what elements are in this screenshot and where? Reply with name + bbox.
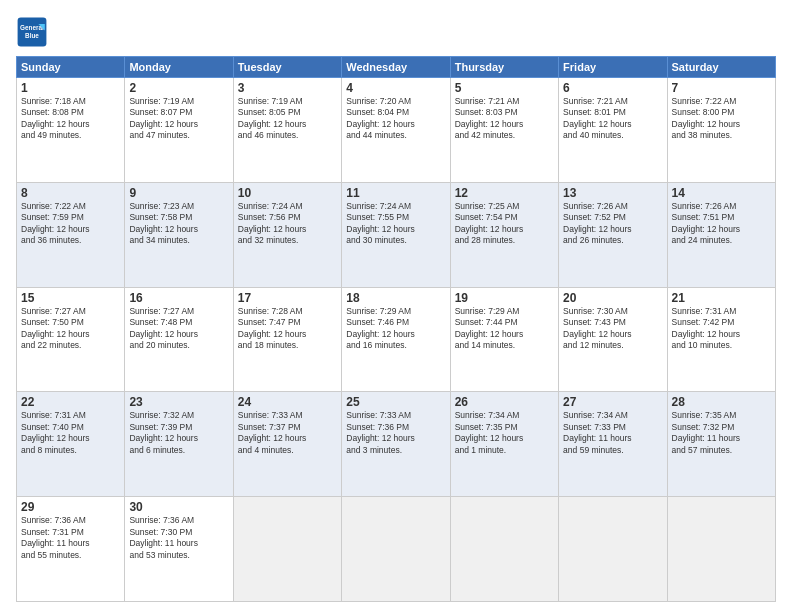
col-header-monday: Monday xyxy=(125,57,233,78)
day-number: 27 xyxy=(563,395,662,409)
day-number: 18 xyxy=(346,291,445,305)
cell-content: Sunrise: 7:19 AMSunset: 8:05 PMDaylight:… xyxy=(238,96,337,142)
calendar-header-row: SundayMondayTuesdayWednesdayThursdayFrid… xyxy=(17,57,776,78)
calendar-cell: 27Sunrise: 7:34 AMSunset: 7:33 PMDayligh… xyxy=(559,392,667,497)
day-number: 9 xyxy=(129,186,228,200)
day-number: 24 xyxy=(238,395,337,409)
svg-text:Blue: Blue xyxy=(25,32,39,39)
calendar-cell: 14Sunrise: 7:26 AMSunset: 7:51 PMDayligh… xyxy=(667,182,775,287)
calendar-cell xyxy=(559,497,667,602)
day-number: 16 xyxy=(129,291,228,305)
calendar-cell: 13Sunrise: 7:26 AMSunset: 7:52 PMDayligh… xyxy=(559,182,667,287)
day-number: 5 xyxy=(455,81,554,95)
calendar-cell: 4Sunrise: 7:20 AMSunset: 8:04 PMDaylight… xyxy=(342,78,450,183)
calendar-cell xyxy=(233,497,341,602)
calendar-cell: 16Sunrise: 7:27 AMSunset: 7:48 PMDayligh… xyxy=(125,287,233,392)
calendar-cell: 3Sunrise: 7:19 AMSunset: 8:05 PMDaylight… xyxy=(233,78,341,183)
cell-content: Sunrise: 7:36 AMSunset: 7:30 PMDaylight:… xyxy=(129,515,228,561)
cell-content: Sunrise: 7:24 AMSunset: 7:55 PMDaylight:… xyxy=(346,201,445,247)
calendar-cell: 28Sunrise: 7:35 AMSunset: 7:32 PMDayligh… xyxy=(667,392,775,497)
day-number: 1 xyxy=(21,81,120,95)
calendar-cell: 2Sunrise: 7:19 AMSunset: 8:07 PMDaylight… xyxy=(125,78,233,183)
cell-content: Sunrise: 7:36 AMSunset: 7:31 PMDaylight:… xyxy=(21,515,120,561)
calendar-cell xyxy=(450,497,558,602)
cell-content: Sunrise: 7:18 AMSunset: 8:08 PMDaylight:… xyxy=(21,96,120,142)
cell-content: Sunrise: 7:20 AMSunset: 8:04 PMDaylight:… xyxy=(346,96,445,142)
cell-content: Sunrise: 7:23 AMSunset: 7:58 PMDaylight:… xyxy=(129,201,228,247)
cell-content: Sunrise: 7:27 AMSunset: 7:48 PMDaylight:… xyxy=(129,306,228,352)
calendar-cell: 19Sunrise: 7:29 AMSunset: 7:44 PMDayligh… xyxy=(450,287,558,392)
calendar-week-row: 15Sunrise: 7:27 AMSunset: 7:50 PMDayligh… xyxy=(17,287,776,392)
day-number: 21 xyxy=(672,291,771,305)
calendar-cell: 23Sunrise: 7:32 AMSunset: 7:39 PMDayligh… xyxy=(125,392,233,497)
day-number: 26 xyxy=(455,395,554,409)
day-number: 20 xyxy=(563,291,662,305)
cell-content: Sunrise: 7:31 AMSunset: 7:40 PMDaylight:… xyxy=(21,410,120,456)
cell-content: Sunrise: 7:24 AMSunset: 7:56 PMDaylight:… xyxy=(238,201,337,247)
logo-icon: General Blue xyxy=(16,16,48,48)
day-number: 8 xyxy=(21,186,120,200)
calendar-cell: 30Sunrise: 7:36 AMSunset: 7:30 PMDayligh… xyxy=(125,497,233,602)
calendar-cell xyxy=(342,497,450,602)
calendar-cell: 26Sunrise: 7:34 AMSunset: 7:35 PMDayligh… xyxy=(450,392,558,497)
day-number: 7 xyxy=(672,81,771,95)
cell-content: Sunrise: 7:33 AMSunset: 7:36 PMDaylight:… xyxy=(346,410,445,456)
cell-content: Sunrise: 7:25 AMSunset: 7:54 PMDaylight:… xyxy=(455,201,554,247)
day-number: 4 xyxy=(346,81,445,95)
cell-content: Sunrise: 7:26 AMSunset: 7:51 PMDaylight:… xyxy=(672,201,771,247)
day-number: 6 xyxy=(563,81,662,95)
calendar-cell: 21Sunrise: 7:31 AMSunset: 7:42 PMDayligh… xyxy=(667,287,775,392)
cell-content: Sunrise: 7:27 AMSunset: 7:50 PMDaylight:… xyxy=(21,306,120,352)
calendar-table: SundayMondayTuesdayWednesdayThursdayFrid… xyxy=(16,56,776,602)
cell-content: Sunrise: 7:21 AMSunset: 8:01 PMDaylight:… xyxy=(563,96,662,142)
day-number: 10 xyxy=(238,186,337,200)
col-header-friday: Friday xyxy=(559,57,667,78)
page-header: General Blue xyxy=(16,16,776,48)
cell-content: Sunrise: 7:31 AMSunset: 7:42 PMDaylight:… xyxy=(672,306,771,352)
cell-content: Sunrise: 7:35 AMSunset: 7:32 PMDaylight:… xyxy=(672,410,771,456)
day-number: 3 xyxy=(238,81,337,95)
cell-content: Sunrise: 7:30 AMSunset: 7:43 PMDaylight:… xyxy=(563,306,662,352)
col-header-sunday: Sunday xyxy=(17,57,125,78)
calendar-cell: 1Sunrise: 7:18 AMSunset: 8:08 PMDaylight… xyxy=(17,78,125,183)
day-number: 30 xyxy=(129,500,228,514)
calendar-cell: 18Sunrise: 7:29 AMSunset: 7:46 PMDayligh… xyxy=(342,287,450,392)
cell-content: Sunrise: 7:22 AMSunset: 7:59 PMDaylight:… xyxy=(21,201,120,247)
cell-content: Sunrise: 7:33 AMSunset: 7:37 PMDaylight:… xyxy=(238,410,337,456)
calendar-week-row: 22Sunrise: 7:31 AMSunset: 7:40 PMDayligh… xyxy=(17,392,776,497)
day-number: 2 xyxy=(129,81,228,95)
day-number: 13 xyxy=(563,186,662,200)
calendar-cell: 11Sunrise: 7:24 AMSunset: 7:55 PMDayligh… xyxy=(342,182,450,287)
day-number: 22 xyxy=(21,395,120,409)
cell-content: Sunrise: 7:29 AMSunset: 7:46 PMDaylight:… xyxy=(346,306,445,352)
calendar-cell: 15Sunrise: 7:27 AMSunset: 7:50 PMDayligh… xyxy=(17,287,125,392)
cell-content: Sunrise: 7:34 AMSunset: 7:33 PMDaylight:… xyxy=(563,410,662,456)
day-number: 25 xyxy=(346,395,445,409)
day-number: 23 xyxy=(129,395,228,409)
day-number: 12 xyxy=(455,186,554,200)
calendar-cell: 8Sunrise: 7:22 AMSunset: 7:59 PMDaylight… xyxy=(17,182,125,287)
day-number: 11 xyxy=(346,186,445,200)
day-number: 29 xyxy=(21,500,120,514)
col-header-wednesday: Wednesday xyxy=(342,57,450,78)
cell-content: Sunrise: 7:29 AMSunset: 7:44 PMDaylight:… xyxy=(455,306,554,352)
calendar-cell: 10Sunrise: 7:24 AMSunset: 7:56 PMDayligh… xyxy=(233,182,341,287)
calendar-week-row: 8Sunrise: 7:22 AMSunset: 7:59 PMDaylight… xyxy=(17,182,776,287)
calendar-cell: 12Sunrise: 7:25 AMSunset: 7:54 PMDayligh… xyxy=(450,182,558,287)
calendar-cell: 20Sunrise: 7:30 AMSunset: 7:43 PMDayligh… xyxy=(559,287,667,392)
cell-content: Sunrise: 7:19 AMSunset: 8:07 PMDaylight:… xyxy=(129,96,228,142)
day-number: 17 xyxy=(238,291,337,305)
calendar-cell: 24Sunrise: 7:33 AMSunset: 7:37 PMDayligh… xyxy=(233,392,341,497)
calendar-cell: 6Sunrise: 7:21 AMSunset: 8:01 PMDaylight… xyxy=(559,78,667,183)
day-number: 19 xyxy=(455,291,554,305)
col-header-thursday: Thursday xyxy=(450,57,558,78)
cell-content: Sunrise: 7:34 AMSunset: 7:35 PMDaylight:… xyxy=(455,410,554,456)
calendar-week-row: 1Sunrise: 7:18 AMSunset: 8:08 PMDaylight… xyxy=(17,78,776,183)
day-number: 28 xyxy=(672,395,771,409)
calendar-cell: 29Sunrise: 7:36 AMSunset: 7:31 PMDayligh… xyxy=(17,497,125,602)
calendar-cell: 9Sunrise: 7:23 AMSunset: 7:58 PMDaylight… xyxy=(125,182,233,287)
calendar-cell: 22Sunrise: 7:31 AMSunset: 7:40 PMDayligh… xyxy=(17,392,125,497)
day-number: 14 xyxy=(672,186,771,200)
col-header-saturday: Saturday xyxy=(667,57,775,78)
cell-content: Sunrise: 7:32 AMSunset: 7:39 PMDaylight:… xyxy=(129,410,228,456)
